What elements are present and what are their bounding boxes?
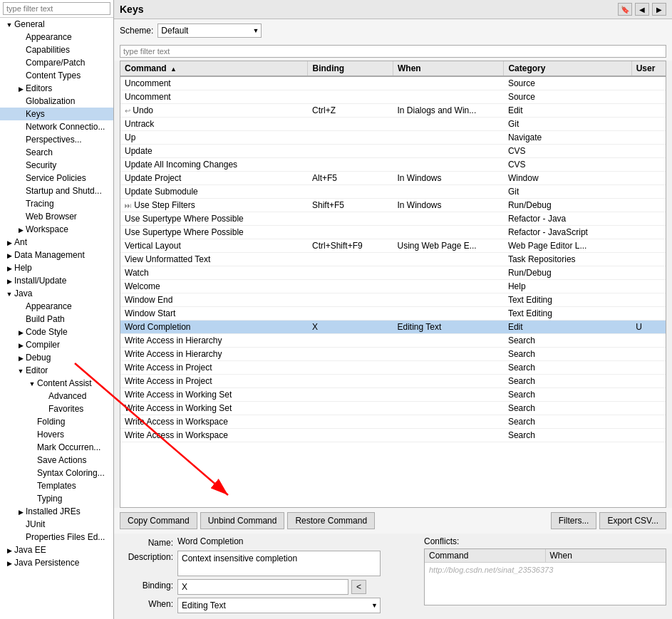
cmd-cell: ↩ Undo (120, 104, 308, 118)
sidebar-item-java-ee[interactable]: ▶Java EE (0, 543, 113, 556)
table-row[interactable]: Watch Run/Debug (120, 266, 666, 280)
sidebar-item-java-appearance[interactable]: Appearance (0, 300, 113, 313)
sidebar-item-security[interactable]: Security (0, 159, 113, 172)
table-row[interactable]: Update All Incoming Changes CVS (120, 158, 666, 172)
sidebar-item-tracing[interactable]: Tracing (0, 197, 113, 210)
sidebar-item-appearance[interactable]: Appearance (0, 31, 113, 43)
table-row[interactable]: Up Navigate (120, 131, 666, 145)
col-when[interactable]: When (393, 61, 504, 76)
sidebar-item-label: Install/Update (14, 276, 66, 286)
table-row[interactable]: Welcome Help (120, 280, 666, 293)
sidebar-item-web-browser[interactable]: Web Browser (0, 210, 113, 223)
restore-command-button[interactable]: Restore Command (287, 512, 375, 529)
sidebar-item-capabilities[interactable]: Capabilities (0, 43, 113, 56)
table-row[interactable]: Update CVS (120, 145, 666, 158)
conflicts-col-command[interactable]: Command (425, 549, 546, 562)
sidebar-item-templates[interactable]: Templates (0, 479, 113, 492)
sidebar-item-help[interactable]: ▶Help (0, 261, 113, 274)
sidebar-item-content-types[interactable]: Content Types (0, 69, 113, 82)
sidebar-item-general[interactable]: ▼General (0, 18, 113, 31)
sidebar-item-data-management[interactable]: ▶Data Management (0, 249, 113, 261)
sidebar-item-java-build-path[interactable]: Build Path (0, 313, 113, 326)
table-row[interactable]: Uncomment Source (120, 90, 666, 104)
table-row[interactable]: Write Access in Project Search (120, 361, 666, 375)
sidebar-item-globalization[interactable]: Globalization (0, 95, 113, 108)
detail-binding-btn[interactable]: < (351, 580, 366, 594)
sidebar-item-junit[interactable]: JUnit (0, 518, 113, 531)
header-icon-forward[interactable]: ▶ (652, 3, 666, 16)
table-row[interactable]: Write Access in Workspace Search (120, 415, 666, 429)
sidebar-item-service-policies[interactable]: Service Policies (0, 172, 113, 184)
keys-table-wrapper[interactable]: Command ▲ Binding When Category User Unc… (120, 61, 666, 508)
when-cell (393, 388, 504, 402)
sidebar-item-mark-occurrences[interactable]: Mark Occurren... (0, 441, 113, 454)
table-row[interactable]: Write Access in Workspace Search (120, 429, 666, 442)
sidebar-item-install-update[interactable]: ▶Install/Update (0, 274, 113, 287)
table-row[interactable]: Vertical Layout Ctrl+Shift+F9 Using Web … (120, 239, 666, 253)
sidebar-item-favorites[interactable]: Favorites (0, 402, 113, 415)
col-user[interactable]: User (631, 61, 666, 76)
sidebar-item-save-actions[interactable]: Save Actions (0, 454, 113, 467)
user-cell (631, 375, 666, 388)
table-row[interactable]: Window End Text Editing (120, 293, 666, 307)
sidebar-item-java-code-style[interactable]: ▶Code Style (0, 326, 113, 338)
when-cell (393, 266, 504, 280)
sidebar-item-compare-patch[interactable]: Compare/Patch (0, 56, 113, 69)
filters-button[interactable]: Filters... (551, 512, 597, 529)
table-row[interactable]: Write Access in Working Set Search (120, 402, 666, 415)
user-cell (631, 361, 666, 375)
table-row[interactable]: Word Completion X Editing Text Edit U (120, 321, 666, 334)
table-row[interactable]: Use Supertype Where Possible Refactor - … (120, 226, 666, 239)
scheme-select[interactable]: Default Emacs Microsoft Visual Studio (157, 24, 262, 38)
sidebar-item-typing[interactable]: Typing (0, 492, 113, 505)
sidebar-item-perspectives[interactable]: Perspectives... (0, 133, 113, 146)
col-category[interactable]: Category (504, 61, 631, 76)
sidebar-item-java[interactable]: ▼Java (0, 287, 113, 300)
conflicts-label: Conflicts: (424, 536, 666, 546)
table-row[interactable]: Use Supertype Where Possible Refactor - … (120, 212, 666, 226)
table-row[interactable]: Untrack Git (120, 118, 666, 131)
sidebar-item-java-compiler[interactable]: ▶Compiler (0, 338, 113, 351)
header-icon-bookmark[interactable]: 🔖 (618, 3, 632, 16)
sidebar-item-properties-files[interactable]: Properties Files Ed... (0, 531, 113, 543)
header-icon-back[interactable]: ◀ (635, 3, 649, 16)
col-binding[interactable]: Binding (308, 61, 393, 76)
table-row[interactable]: Write Access in Hierarchy Search (120, 348, 666, 361)
table-row[interactable]: Write Access in Working Set Search (120, 388, 666, 402)
sidebar-item-java-debug[interactable]: ▶Debug (0, 351, 113, 364)
sidebar-item-content-assist[interactable]: ▼Content Assist (0, 377, 113, 390)
sidebar-item-search[interactable]: Search (0, 146, 113, 159)
sidebar-filter-input[interactable] (3, 2, 110, 15)
detail-binding-input[interactable] (177, 579, 348, 595)
sidebar-item-editors[interactable]: ▶Editors (0, 82, 113, 95)
sidebar-item-java-editor[interactable]: ▼Editor (0, 364, 113, 377)
user-cell (631, 158, 666, 172)
table-row[interactable]: View Unformatted Text Task Repositories (120, 253, 666, 266)
sidebar-item-ant[interactable]: ▶Ant (0, 236, 113, 249)
sidebar-item-startup[interactable]: Startup and Shutd... (0, 184, 113, 197)
sidebar-item-keys[interactable]: Keys (0, 108, 113, 120)
table-filter-input[interactable] (120, 45, 666, 58)
table-row[interactable]: Write Access in Project Search (120, 375, 666, 388)
table-row[interactable]: Uncomment Source (120, 76, 666, 90)
table-row[interactable]: ↩ Undo Ctrl+Z In Dialogs and Win... Edit (120, 104, 666, 118)
table-row[interactable]: ⏭ Use Step Filters Shift+F5 In Windows R… (120, 199, 666, 212)
sidebar-item-java-persistence[interactable]: ▶Java Persistence (0, 556, 113, 569)
sidebar-item-advanced[interactable]: Advanced (0, 390, 113, 402)
copy-command-button[interactable]: Copy Command (120, 512, 197, 529)
sidebar-item-installed-jres[interactable]: ▶Installed JREs (0, 505, 113, 518)
table-row[interactable]: Window Start Text Editing (120, 307, 666, 321)
col-command[interactable]: Command ▲ (120, 61, 308, 76)
sidebar-item-folding[interactable]: Folding (0, 415, 113, 428)
unbind-command-button[interactable]: Unbind Command (200, 512, 285, 529)
export-csv-button[interactable]: Export CSV... (599, 512, 666, 529)
table-row[interactable]: Write Access in Hierarchy Search (120, 334, 666, 348)
sidebar-item-hovers[interactable]: Hovers (0, 428, 113, 441)
sidebar-item-syntax-coloring[interactable]: Syntax Coloring... (0, 467, 113, 479)
table-row[interactable]: Update Submodule Git (120, 185, 666, 199)
table-row[interactable]: Update Project Alt+F5 In Windows Window (120, 172, 666, 185)
detail-when-select[interactable]: Editing Text In Dialogs and Windows In W… (177, 598, 381, 613)
conflicts-col-when[interactable]: When (546, 549, 666, 562)
sidebar-item-network-connections[interactable]: Network Connectio... (0, 120, 113, 133)
sidebar-item-workspace[interactable]: ▶Workspace (0, 223, 113, 236)
